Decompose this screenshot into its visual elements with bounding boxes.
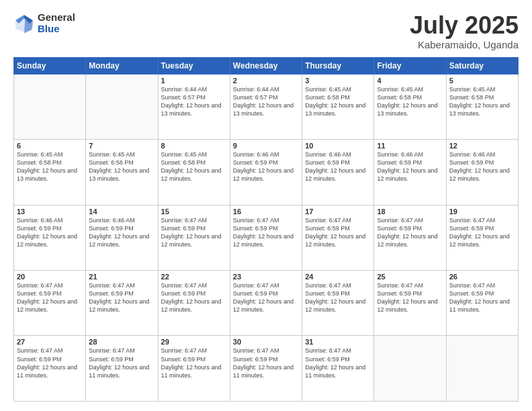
day-cell: 8Sunrise: 6:45 AM Sunset: 6:58 PM Daylig… — [158, 140, 230, 205]
week-row-4: 20Sunrise: 6:47 AM Sunset: 6:59 PM Dayli… — [14, 271, 519, 336]
day-info: Sunrise: 6:47 AM Sunset: 6:59 PM Dayligh… — [449, 216, 515, 249]
col-thursday: Thursday — [302, 57, 374, 74]
day-number: 21 — [89, 273, 154, 281]
day-cell: 13Sunrise: 6:46 AM Sunset: 6:59 PM Dayli… — [14, 205, 86, 270]
day-number: 25 — [377, 273, 443, 281]
day-number: 23 — [233, 273, 299, 281]
day-info: Sunrise: 6:46 AM Sunset: 6:59 PM Dayligh… — [17, 216, 83, 249]
day-number: 3 — [305, 77, 371, 85]
day-cell — [446, 336, 518, 402]
day-number: 7 — [89, 142, 154, 150]
col-tuesday: Tuesday — [158, 57, 230, 74]
day-info: Sunrise: 6:45 AM Sunset: 6:58 PM Dayligh… — [89, 150, 154, 183]
day-info: Sunrise: 6:47 AM Sunset: 6:59 PM Dayligh… — [449, 281, 515, 314]
day-number: 22 — [161, 273, 227, 281]
day-number: 1 — [161, 77, 227, 85]
day-cell: 1Sunrise: 6:44 AM Sunset: 6:57 PM Daylig… — [158, 74, 230, 139]
day-cell — [14, 74, 86, 139]
day-info: Sunrise: 6:47 AM Sunset: 6:59 PM Dayligh… — [161, 281, 227, 314]
day-number: 31 — [305, 338, 371, 346]
logo-icon — [13, 13, 35, 34]
month-year-title: July 2025 — [410, 12, 519, 39]
day-number: 18 — [377, 208, 443, 216]
day-cell: 6Sunrise: 6:45 AM Sunset: 6:58 PM Daylig… — [14, 140, 86, 205]
day-number: 4 — [377, 77, 443, 85]
day-number: 12 — [449, 142, 515, 150]
day-number: 9 — [233, 142, 299, 150]
day-cell: 17Sunrise: 6:47 AM Sunset: 6:59 PM Dayli… — [302, 205, 374, 270]
day-info: Sunrise: 6:45 AM Sunset: 6:58 PM Dayligh… — [161, 150, 227, 183]
day-info: Sunrise: 6:45 AM Sunset: 6:58 PM Dayligh… — [377, 85, 443, 118]
day-number: 19 — [449, 208, 515, 216]
week-row-3: 13Sunrise: 6:46 AM Sunset: 6:59 PM Dayli… — [14, 205, 519, 270]
day-info: Sunrise: 6:47 AM Sunset: 6:59 PM Dayligh… — [17, 347, 83, 379]
day-number: 29 — [161, 338, 227, 346]
col-monday: Monday — [86, 57, 158, 74]
col-saturday: Saturday — [446, 57, 518, 74]
day-number: 20 — [17, 273, 83, 281]
col-sunday: Sunday — [14, 57, 86, 74]
day-number: 14 — [89, 208, 154, 216]
title-block: July 2025 Kaberamaido, Uganda — [410, 12, 519, 50]
day-cell: 4Sunrise: 6:45 AM Sunset: 6:58 PM Daylig… — [374, 74, 446, 139]
day-number: 15 — [161, 208, 227, 216]
day-number: 27 — [17, 338, 83, 346]
day-info: Sunrise: 6:47 AM Sunset: 6:59 PM Dayligh… — [161, 347, 227, 379]
day-cell: 28Sunrise: 6:47 AM Sunset: 6:59 PM Dayli… — [86, 336, 158, 402]
day-info: Sunrise: 6:46 AM Sunset: 6:59 PM Dayligh… — [89, 216, 154, 249]
day-number: 28 — [89, 338, 154, 346]
day-cell: 10Sunrise: 6:46 AM Sunset: 6:59 PM Dayli… — [302, 140, 374, 205]
day-number: 30 — [233, 338, 299, 346]
day-cell: 26Sunrise: 6:47 AM Sunset: 6:59 PM Dayli… — [446, 271, 518, 336]
day-cell: 18Sunrise: 6:47 AM Sunset: 6:59 PM Dayli… — [374, 205, 446, 270]
day-info: Sunrise: 6:47 AM Sunset: 6:59 PM Dayligh… — [89, 347, 154, 379]
day-info: Sunrise: 6:46 AM Sunset: 6:59 PM Dayligh… — [449, 150, 515, 183]
day-info: Sunrise: 6:47 AM Sunset: 6:59 PM Dayligh… — [305, 216, 371, 249]
day-number: 24 — [305, 273, 371, 281]
day-cell: 30Sunrise: 6:47 AM Sunset: 6:59 PM Dayli… — [230, 336, 302, 402]
page: General Blue July 2025 Kaberamaido, Ugan… — [0, 0, 532, 411]
calendar-table: Sunday Monday Tuesday Wednesday Thursday… — [13, 57, 519, 402]
day-cell: 19Sunrise: 6:47 AM Sunset: 6:59 PM Dayli… — [446, 205, 518, 270]
logo-blue: Blue — [38, 24, 75, 35]
day-cell: 29Sunrise: 6:47 AM Sunset: 6:59 PM Dayli… — [158, 336, 230, 402]
day-cell: 12Sunrise: 6:46 AM Sunset: 6:59 PM Dayli… — [446, 140, 518, 205]
day-info: Sunrise: 6:47 AM Sunset: 6:59 PM Dayligh… — [233, 281, 299, 314]
col-friday: Friday — [374, 57, 446, 74]
col-wednesday: Wednesday — [230, 57, 302, 74]
day-cell — [374, 336, 446, 402]
logo-text: General Blue — [38, 12, 75, 34]
day-info: Sunrise: 6:47 AM Sunset: 6:59 PM Dayligh… — [233, 216, 299, 249]
day-cell: 11Sunrise: 6:46 AM Sunset: 6:59 PM Dayli… — [374, 140, 446, 205]
day-number: 5 — [449, 77, 515, 85]
day-info: Sunrise: 6:47 AM Sunset: 6:59 PM Dayligh… — [161, 216, 227, 249]
day-info: Sunrise: 6:47 AM Sunset: 6:59 PM Dayligh… — [377, 281, 443, 314]
logo: General Blue — [13, 12, 75, 34]
day-info: Sunrise: 6:47 AM Sunset: 6:59 PM Dayligh… — [377, 216, 443, 249]
day-cell: 16Sunrise: 6:47 AM Sunset: 6:59 PM Dayli… — [230, 205, 302, 270]
day-number: 16 — [233, 208, 299, 216]
logo-general: General — [38, 12, 75, 24]
day-number: 11 — [377, 142, 443, 150]
day-cell: 31Sunrise: 6:47 AM Sunset: 6:59 PM Dayli… — [302, 336, 374, 402]
day-info: Sunrise: 6:44 AM Sunset: 6:57 PM Dayligh… — [233, 85, 299, 118]
day-cell: 23Sunrise: 6:47 AM Sunset: 6:59 PM Dayli… — [230, 271, 302, 336]
day-cell: 15Sunrise: 6:47 AM Sunset: 6:59 PM Dayli… — [158, 205, 230, 270]
day-cell — [86, 74, 158, 139]
day-cell: 9Sunrise: 6:46 AM Sunset: 6:59 PM Daylig… — [230, 140, 302, 205]
day-number: 2 — [233, 77, 299, 85]
day-info: Sunrise: 6:45 AM Sunset: 6:58 PM Dayligh… — [449, 85, 515, 118]
day-cell: 21Sunrise: 6:47 AM Sunset: 6:59 PM Dayli… — [86, 271, 158, 336]
location-label: Kaberamaido, Uganda — [410, 39, 519, 50]
day-number: 17 — [305, 208, 371, 216]
week-row-1: 1Sunrise: 6:44 AM Sunset: 6:57 PM Daylig… — [14, 74, 519, 139]
header-row: Sunday Monday Tuesday Wednesday Thursday… — [14, 57, 519, 74]
header: General Blue July 2025 Kaberamaido, Ugan… — [13, 12, 519, 50]
day-info: Sunrise: 6:45 AM Sunset: 6:58 PM Dayligh… — [305, 85, 371, 118]
day-number: 10 — [305, 142, 371, 150]
day-info: Sunrise: 6:44 AM Sunset: 6:57 PM Dayligh… — [161, 85, 227, 118]
day-cell: 27Sunrise: 6:47 AM Sunset: 6:59 PM Dayli… — [14, 336, 86, 402]
day-cell: 20Sunrise: 6:47 AM Sunset: 6:59 PM Dayli… — [14, 271, 86, 336]
day-info: Sunrise: 6:45 AM Sunset: 6:58 PM Dayligh… — [17, 150, 83, 183]
day-info: Sunrise: 6:46 AM Sunset: 6:59 PM Dayligh… — [377, 150, 443, 183]
